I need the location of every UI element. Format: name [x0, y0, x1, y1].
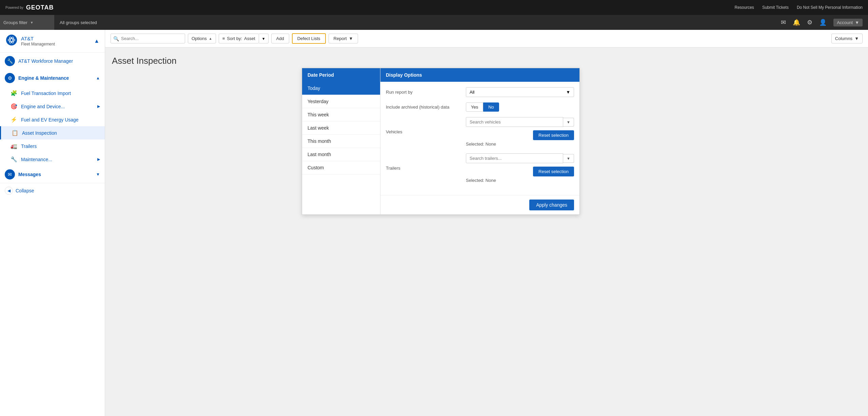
date-period-panel: Date Period Today Yesterday This week La… — [302, 68, 380, 214]
sidebar-item-engine-device[interactable]: 🎯 Engine and Device... ▶ — [0, 100, 105, 113]
trailers-selected-text: Selected: None — [466, 176, 574, 183]
sidebar-collapse-top-button[interactable]: ▲ — [94, 38, 99, 44]
collapse-label: Collapse — [16, 188, 34, 193]
date-period-last-week[interactable]: Last week — [302, 121, 380, 135]
user-name: Account — [837, 20, 853, 25]
fuel-ev-icon: ⚡ — [10, 116, 18, 123]
defect-lists-label: Defect Lists — [297, 36, 320, 41]
bell-icon-button[interactable]: 🔔 — [793, 19, 800, 26]
user-account-button[interactable]: Account ▼ — [833, 19, 863, 26]
sidebar-item-workforce[interactable]: 🔧 AT&T Workforce Manager — [0, 53, 105, 70]
groups-selection-text: All groups selected — [54, 20, 102, 25]
run-report-label: Run report by — [386, 90, 460, 95]
messages-chevron-icon: ▼ — [96, 172, 100, 177]
sidebar-item-fuel-ev[interactable]: ⚡ Fuel and EV Energy Usage — [0, 113, 105, 126]
vehicles-search-input[interactable] — [466, 117, 563, 127]
sidebar-item-messages[interactable]: ✉ Messages ▼ — [0, 166, 105, 183]
asset-inspection-icon: 📋 — [11, 130, 19, 136]
trailers-label: Trailers — [21, 144, 37, 149]
engine-section-chevron-icon: ▲ — [96, 76, 100, 80]
sort-button[interactable]: ≡ Sort by: Asset — [219, 34, 259, 43]
messages-label: Messages — [18, 172, 93, 177]
archive-label: Include archived (historical) data — [386, 105, 460, 110]
vehicles-reset-button[interactable]: Reset selection — [533, 130, 574, 140]
collapse-arrows-icon: ◀ — [5, 187, 13, 195]
vehicles-selected-text: Selected: None — [466, 140, 574, 147]
apply-row: Apply changes — [380, 195, 579, 214]
user-icon-button[interactable]: 👤 — [819, 19, 827, 26]
columns-arrow-icon: ▼ — [854, 36, 859, 41]
date-period-custom[interactable]: Custom — [302, 161, 380, 174]
archive-yes-button[interactable]: Yes — [466, 102, 483, 112]
archive-control: Yes No — [466, 102, 574, 112]
groups-bar: Groups filter ▼ All groups selected ✉ 🔔 … — [0, 15, 868, 30]
options-label: Options — [192, 36, 207, 41]
mail-icon-button[interactable]: ✉ — [781, 19, 786, 26]
sidebar-item-fuel-import[interactable]: 🧩 Fuel Transaction Import — [0, 87, 105, 100]
report-label: Report — [334, 36, 347, 41]
archive-no-button[interactable]: No — [483, 102, 499, 112]
search-box: 🔍 — [111, 34, 185, 43]
sort-icon: ≡ — [222, 36, 225, 41]
date-period-this-week[interactable]: This week — [302, 108, 380, 121]
report-button[interactable]: Report ▼ — [329, 34, 358, 43]
options-button[interactable]: Options ▲ — [188, 34, 216, 43]
maintenance-arrow-icon: ▶ — [97, 157, 100, 162]
add-label: Add — [276, 36, 284, 41]
run-report-select[interactable]: All ▼ — [466, 87, 574, 97]
search-input[interactable] — [111, 34, 185, 43]
trailers-reset-button[interactable]: Reset selection — [533, 167, 574, 176]
options-arrow-icon: ▲ — [209, 37, 212, 40]
sidebar-item-maintenance[interactable]: 🔧 Maintenance... ▶ — [0, 153, 105, 166]
vehicles-section: Vehicles ▼ Reset selection S — [386, 117, 574, 147]
groups-filter-button[interactable]: Groups filter ▼ — [0, 15, 54, 30]
date-period-today[interactable]: Today — [302, 82, 380, 95]
vehicles-search-row: ▼ — [466, 117, 574, 127]
date-period-last-month[interactable]: Last month — [302, 148, 380, 161]
sort-label: Sort by: — [227, 36, 242, 41]
do-not-sell-link[interactable]: Do Not Sell My Personal Information — [797, 5, 863, 10]
sidebar-collapse-button[interactable]: ◀ Collapse — [0, 183, 105, 198]
archive-row: Include archived (historical) data Yes N… — [386, 102, 574, 112]
display-options-header: Display Options — [380, 68, 579, 82]
columns-button[interactable]: Columns ▼ — [831, 34, 863, 43]
sidebar-section-engine[interactable]: ⚙ Engine & Maintenance ▲ — [0, 70, 105, 87]
sidebar-item-asset-inspection[interactable]: 📋 Asset Inspection — [0, 126, 105, 139]
vehicles-label: Vehicles — [386, 129, 460, 134]
maintenance-label: Maintenance... — [21, 157, 52, 162]
columns-control: Columns ▼ — [831, 34, 863, 43]
add-button[interactable]: Add — [271, 34, 289, 43]
page-title: Asset Inspection — [112, 56, 861, 66]
org-name-block: AT&T Fleet Management — [21, 36, 55, 46]
date-period-this-month[interactable]: This month — [302, 135, 380, 148]
geotab-logo: GEOTAB — [26, 4, 54, 11]
trailers-search-input[interactable] — [466, 153, 563, 163]
toolbar: 🔍 Options ▲ ≡ Sort by: Asset ▼ Add Defec… — [105, 30, 868, 48]
apply-changes-button[interactable]: Apply changes — [529, 200, 574, 210]
powered-by-text: Powered by — [5, 6, 23, 10]
gear-icon-button[interactable]: ⚙ — [807, 19, 812, 26]
trailers-row: Trailers ▼ Reset selection S — [386, 153, 574, 183]
sort-dropdown-button[interactable]: ▼ — [259, 34, 269, 43]
defect-lists-button[interactable]: Defect Lists — [292, 33, 326, 44]
groups-bar-right: ✉ 🔔 ⚙ 👤 Account ▼ — [781, 19, 868, 26]
engine-device-icon: 🎯 — [10, 103, 18, 110]
trailers-control: ▼ Reset selection Selected: None — [466, 153, 574, 183]
date-period-header: Date Period — [302, 68, 380, 82]
vehicles-dropdown-button[interactable]: ▼ — [563, 118, 574, 127]
sidebar-org-header: AT&T Fleet Management ▲ — [0, 30, 105, 53]
sidebar: AT&T Fleet Management ▲ 🔧 AT&T Workforce… — [0, 30, 105, 416]
display-options-panel: Display Options Run report by All ▼ — [380, 68, 579, 214]
sidebar-item-trailers[interactable]: 🚛 Trailers — [0, 139, 105, 153]
engine-section-icon: ⚙ — [5, 73, 15, 83]
fuel-ev-label: Fuel and EV Energy Usage — [21, 117, 79, 122]
user-chevron-icon: ▼ — [855, 20, 859, 25]
date-period-yesterday[interactable]: Yesterday — [302, 95, 380, 108]
content-area: 🔍 Options ▲ ≡ Sort by: Asset ▼ Add Defec… — [105, 30, 868, 416]
page-content: Asset Inspection Date Period Today Yeste… — [105, 48, 868, 74]
resources-link[interactable]: Resources — [735, 5, 754, 10]
submit-tickets-link[interactable]: Submit Tickets — [762, 5, 789, 10]
main-layout: AT&T Fleet Management ▲ 🔧 AT&T Workforce… — [0, 30, 868, 416]
trailers-dropdown-button[interactable]: ▼ — [563, 154, 574, 163]
report-arrow-icon: ▼ — [349, 36, 353, 41]
